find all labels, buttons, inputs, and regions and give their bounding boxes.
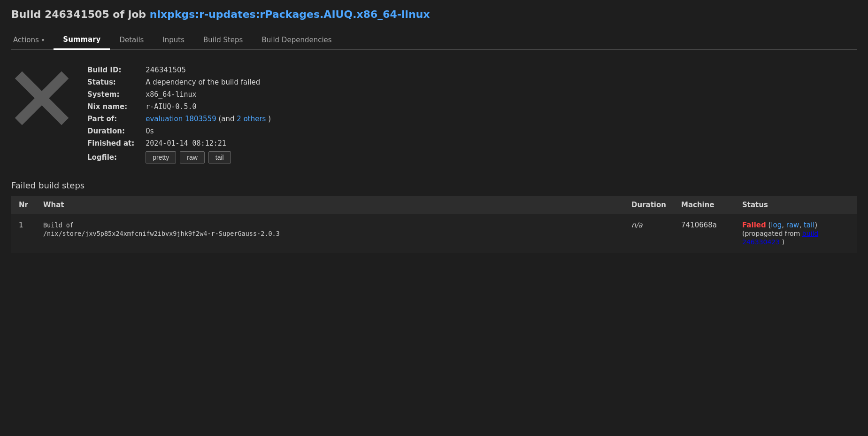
duration-label: Duration: xyxy=(87,127,134,135)
duration-value: 0s xyxy=(146,127,271,135)
logfile-buttons: pretty raw tail xyxy=(146,151,271,164)
evaluation-link[interactable]: evaluation 1803559 xyxy=(146,115,216,123)
logfile-pretty-button[interactable]: pretty xyxy=(146,151,176,164)
failed-build-steps-section: Failed build steps Nr What Duration Mach… xyxy=(11,180,857,253)
fail-icon xyxy=(11,68,72,129)
part-of-and: (and xyxy=(219,115,237,123)
tab-actions[interactable]: Actions ▾ xyxy=(11,32,54,49)
table-row: 1 Build of/nix/store/jxv5p85x24xmfcnifw2… xyxy=(11,214,857,253)
row-duration: n/a xyxy=(624,214,674,253)
build-info-table: Build ID: 246341505 Status: A dependency… xyxy=(87,66,271,164)
build-id-value: 246341505 xyxy=(146,66,271,74)
tab-build-dependencies[interactable]: Build Dependencies xyxy=(252,32,341,49)
nix-name-value: r-AIUQ-0.5.0 xyxy=(146,102,271,111)
finished-at-label: Finished at: xyxy=(87,139,134,148)
status-log-link[interactable]: log xyxy=(771,221,782,229)
col-header-status: Status xyxy=(735,196,857,214)
tab-details[interactable]: Details xyxy=(110,32,153,49)
row-what-text: Build of/nix/store/jxv5p85x24xmfcnifw2ib… xyxy=(43,221,280,237)
summary-section: Build ID: 246341505 Status: A dependency… xyxy=(11,63,857,164)
status-label: Status: xyxy=(87,78,134,86)
part-of-close: ) xyxy=(268,115,271,123)
tab-inputs[interactable]: Inputs xyxy=(153,32,194,49)
tab-build-steps[interactable]: Build Steps xyxy=(194,32,252,49)
build-id-label: Build ID: xyxy=(87,66,134,74)
finished-at-value: 2024-01-14 08:12:21 xyxy=(146,139,271,148)
status-value: A dependency of the build failed xyxy=(146,78,271,86)
col-header-duration: Duration xyxy=(624,196,674,214)
status-links: (log, raw, tail) xyxy=(768,221,817,229)
job-link[interactable]: nixpkgs:r-updates:rPackages.AIUQ.x86_64-… xyxy=(150,8,430,20)
logfile-label: Logfile: xyxy=(87,153,134,162)
others-link[interactable]: 2 others xyxy=(237,115,266,123)
col-header-nr: Nr xyxy=(11,196,36,214)
propagated-text: (propagated from build 246330423 ) xyxy=(742,230,818,246)
table-header-row: Nr What Duration Machine Status xyxy=(11,196,857,214)
actions-dropdown-arrow: ▾ xyxy=(42,37,45,43)
actions-label: Actions xyxy=(13,36,39,44)
part-of-label: Part of: xyxy=(87,115,134,123)
nix-name-label: Nix name: xyxy=(87,102,134,111)
row-status: Failed (log, raw, tail) (propagated from… xyxy=(735,214,857,253)
status-raw-link[interactable]: raw xyxy=(786,221,799,229)
tab-bar: Actions ▾ Summary Details Inputs Build S… xyxy=(11,31,857,50)
logfile-raw-button[interactable]: raw xyxy=(180,151,205,164)
col-header-what: What xyxy=(36,196,624,214)
status-tail-link[interactable]: tail xyxy=(804,221,814,229)
system-label: System: xyxy=(87,90,134,99)
part-of-value: evaluation 1803559 (and 2 others ) xyxy=(146,115,271,123)
build-steps-table: Nr What Duration Machine Status 1 Build … xyxy=(11,196,857,253)
status-failed-label: Failed xyxy=(742,221,766,229)
logfile-tail-button[interactable]: tail xyxy=(208,151,231,164)
page-title-prefix: Build 246341505 of job xyxy=(11,8,150,20)
tab-summary[interactable]: Summary xyxy=(54,31,110,50)
system-value: x86_64-linux xyxy=(146,90,271,99)
failed-build-steps-title: Failed build steps xyxy=(11,180,857,190)
col-header-machine: Machine xyxy=(674,196,735,214)
page-title: Build 246341505 of job nixpkgs:r-updates… xyxy=(11,8,857,20)
row-nr: 1 xyxy=(11,214,36,253)
row-machine: 7410668a xyxy=(674,214,735,253)
row-what: Build of/nix/store/jxv5p85x24xmfcnifw2ib… xyxy=(36,214,624,253)
